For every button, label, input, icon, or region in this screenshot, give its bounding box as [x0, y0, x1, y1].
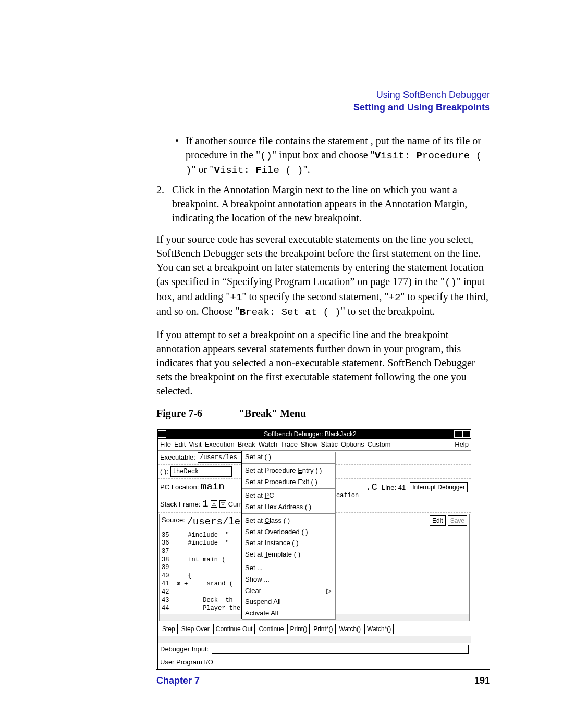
txt: " to specify the second statement, ": [242, 291, 388, 302]
line-value: 41: [398, 484, 406, 491]
menu-break[interactable]: Break: [238, 440, 255, 449]
menu-static[interactable]: Static: [321, 440, 338, 449]
down-arrow-icon[interactable]: ▽: [219, 500, 226, 508]
menu-execution[interactable]: Execution: [205, 440, 235, 449]
user-io-row: User Program I/O: [158, 656, 471, 669]
break-menu-item[interactable]: Clear▷: [242, 585, 335, 597]
break-menu-item[interactable]: Set at Procedure Exit ( ): [242, 476, 335, 488]
title-bar: Softbench Debugger: BlackJack2: [158, 429, 471, 439]
break-menu-item[interactable]: Set at Instance ( ): [242, 537, 335, 549]
file-ext: .C: [365, 481, 377, 495]
figure-title: "Break" Menu: [239, 406, 306, 421]
pc-value: main: [201, 481, 225, 492]
paren-input[interactable]: theDeck: [170, 466, 232, 477]
txt: " input box and choose ": [272, 149, 375, 161]
menu-bar: File Edit Visit Execution Break Watch Tr…: [158, 439, 471, 451]
location-fragment: cation: [336, 491, 359, 500]
menu-options[interactable]: Options: [341, 440, 364, 449]
mid-area: Executable: /users/les ( ): theDeck PC L…: [158, 451, 471, 622]
break-menu-item[interactable]: Set at Procedure Entry ( ): [242, 465, 335, 476]
numbered-item-2: 2. Click in the Annotation Margin next t…: [156, 183, 490, 225]
executable-label: Executable:: [160, 453, 195, 462]
debugger-input[interactable]: [212, 645, 469, 654]
stack-label: Stack Frame:: [160, 500, 200, 509]
chapter-label: Chapter 7: [156, 675, 200, 686]
debugger-window: Softbench Debugger: BlackJack2 File Edit…: [157, 429, 471, 669]
page-number: 191: [474, 675, 490, 686]
txt: ".: [303, 164, 310, 175]
txt: " to set the breakpoint.: [341, 305, 435, 317]
paren-label: ( ):: [160, 467, 168, 476]
paragraph: If you attempt to set a breakpoint on a …: [156, 328, 490, 398]
menu-show[interactable]: Show: [301, 440, 318, 449]
watch-button[interactable]: Watch(): [337, 624, 364, 634]
stack-value: 1: [202, 498, 208, 511]
menu-edit[interactable]: Edit: [174, 440, 186, 449]
num-text: Click in the Annotation Margin next to t…: [172, 183, 490, 225]
break-menu-item[interactable]: Set ...: [242, 562, 335, 574]
break-menu-item[interactable]: Set at Template ( ): [242, 549, 335, 560]
paragraph: If your source code has several executab…: [156, 232, 490, 319]
edit-button[interactable]: Edit: [430, 515, 446, 526]
continue-button[interactable]: Continue: [256, 624, 286, 634]
break-menu-item[interactable]: Set at Class ( ): [242, 515, 335, 526]
toolbar-scroll[interactable]: [158, 636, 471, 643]
menu-watch[interactable]: Watch: [259, 440, 277, 449]
break-menu-item[interactable]: Activate All: [242, 608, 335, 619]
page-header: Using SoftBench Debugger Setting and Usi…: [156, 89, 490, 114]
up-arrow-icon[interactable]: △: [211, 500, 217, 508]
txt: " or ": [191, 164, 214, 175]
code: Break: Set at ( ): [240, 306, 341, 318]
line-label: Line:: [382, 484, 396, 491]
print-star-button[interactable]: Print*(): [311, 624, 335, 634]
break-menu-item[interactable]: Set at Hex Address ( ): [242, 501, 335, 513]
source-label: Source:: [162, 515, 185, 529]
code: +1: [230, 292, 242, 303]
bullet-dot: •: [175, 134, 186, 178]
user-io-label: User Program I/O: [160, 658, 213, 667]
window-title: Softbench Debugger: BlackJack2: [166, 430, 454, 438]
break-menu-item[interactable]: Set at ( ): [242, 451, 335, 463]
menu-custom[interactable]: Custom: [368, 440, 391, 449]
button-toolbar: Step Step Over Continue Out Continue Pri…: [158, 622, 471, 636]
save-button[interactable]: Save: [448, 515, 467, 526]
debugger-input-label: Debugger Input:: [160, 645, 209, 654]
print-button[interactable]: Print(): [287, 624, 310, 634]
interrupt-button[interactable]: Interrupt Debugger: [410, 482, 468, 492]
code: +2: [389, 292, 401, 303]
continue-out-button[interactable]: Continue Out: [213, 624, 255, 634]
header-line-1: Using SoftBench Debugger: [156, 89, 490, 101]
menu-help[interactable]: Help: [455, 440, 469, 449]
step-button[interactable]: Step: [160, 624, 178, 634]
code: Visit: File ( ): [214, 165, 303, 176]
break-menu-item[interactable]: Set at Overloaded ( ): [242, 526, 335, 538]
code: (): [260, 150, 272, 162]
window-menu-icon[interactable]: [158, 430, 166, 438]
txt: If your source code has several executab…: [156, 233, 484, 287]
menu-file[interactable]: File: [160, 440, 171, 449]
step-over-button[interactable]: Step Over: [179, 624, 212, 634]
minimize-icon[interactable]: [454, 430, 462, 438]
body-text: • If another source file contains the st…: [156, 134, 490, 669]
break-menu-dropdown: Set at ( )Set at Procedure Entry ( )Set …: [241, 451, 335, 620]
debugger-input-row: Debugger Input:: [158, 643, 471, 656]
bullet-text: If another source file contains the stat…: [186, 134, 490, 178]
executable-input[interactable]: /users/les: [198, 452, 248, 463]
maximize-icon[interactable]: [462, 430, 471, 438]
figure-label: Figure 7-6: [156, 406, 202, 421]
bullet-item: • If another source file contains the st…: [156, 134, 490, 178]
menu-visit[interactable]: Visit: [189, 440, 201, 449]
num-label: 2.: [156, 183, 172, 225]
menu-trace[interactable]: Trace: [280, 440, 298, 449]
code: (): [445, 277, 457, 288]
page-footer: Chapter 7 191: [156, 669, 490, 686]
watch-star-button[interactable]: Watch*(): [364, 624, 394, 634]
break-menu-item[interactable]: Set at PC: [242, 490, 335, 501]
header-line-2: Setting and Using Breakpoints: [156, 101, 490, 114]
pc-label: PC Location:: [160, 483, 199, 491]
break-menu-item[interactable]: Suspend All: [242, 596, 335, 608]
break-menu-item[interactable]: Show ...: [242, 574, 335, 585]
figure-caption: Figure 7-6 "Break" Menu: [156, 406, 490, 421]
